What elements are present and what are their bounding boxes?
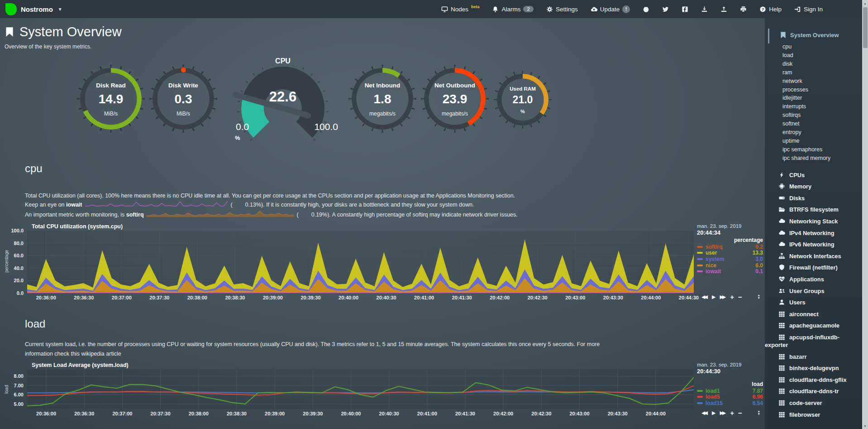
legend-series-load15[interactable]: load156.54 <box>697 400 765 406</box>
sidebar-item-entropy[interactable]: entropy <box>782 128 859 137</box>
desc-text: 0.13%). If it is constantly high, your d… <box>245 202 474 208</box>
chart-skip-forward-button[interactable]: ▶▶ <box>720 294 725 300</box>
chart-resize-handle[interactable]: ▲▼ <box>758 410 760 415</box>
chart-legend: man. 23. sep. 2019 20:44:34 percentage s… <box>697 223 765 301</box>
sidebar-item-ram[interactable]: ram <box>782 68 859 77</box>
gauge-cpu[interactable]: CPU 22.6 0.0 100.0 % <box>219 57 346 142</box>
sidebar-item-load[interactable]: load <box>782 51 859 60</box>
gauge-net-outbound[interactable]: Net Outbound 23.9 megabits/s <box>419 57 491 130</box>
legend-series-name: user <box>706 250 717 256</box>
legend-series-load5[interactable]: load56.96 <box>697 394 765 400</box>
gauge-disk-write[interactable]: Disk Write 0.3 MiB/s <box>147 57 219 130</box>
sidebar-item-interrupts[interactable]: interrupts <box>782 102 859 111</box>
chart-plot-area[interactable] <box>27 231 694 293</box>
sidebar-section-firewall-netfilter-[interactable]: Firewall (netfilter) <box>765 264 859 271</box>
sidebar-item-cpu[interactable]: cpu <box>782 43 859 51</box>
sidebar-section-label: IPv4 Networking <box>789 230 835 236</box>
sidebar-section-binhex-delugevpn[interactable]: binhex-delugevpn <box>765 364 859 372</box>
host-selector[interactable]: Nostromo ▼ <box>5 3 62 15</box>
legend-series-softirq[interactable]: softirq0.2 <box>697 244 765 250</box>
chart-play-button[interactable]: ▶ <box>712 410 715 416</box>
scrollbar-thumb[interactable] <box>863 7 868 48</box>
user-icon <box>778 299 785 305</box>
sidebar-section-applications[interactable]: Applications <box>765 275 859 283</box>
nav-nodes[interactable]: Nodes beta <box>441 6 480 13</box>
sidebar-item-softnet[interactable]: softnet <box>782 120 859 128</box>
chart-skip-backward-button[interactable]: ◀◀ <box>701 410 706 416</box>
nav-twitter[interactable] <box>662 6 669 13</box>
sidebar-section-users[interactable]: Users <box>765 299 859 306</box>
nav-import[interactable] <box>720 6 727 13</box>
sidebar-item-ipc-semaphores[interactable]: ipc semaphores <box>782 145 859 154</box>
legend-series-name: iowait <box>706 268 721 275</box>
sidebar-section-cloudflare-ddns-gflix[interactable]: cloudflare-ddns-gflix <box>765 376 859 384</box>
sidebar-section-networking-stack[interactable]: Networking Stack <box>765 217 859 225</box>
legend-series-nice[interactable]: nice6.0 <box>697 262 765 269</box>
gauge-value: 14.9 <box>80 92 142 106</box>
sidebar-section-disks[interactable]: Disks <box>765 194 859 202</box>
sidebar-item-ipc-shared-memory[interactable]: ipc shared memory <box>782 154 859 163</box>
nav-github[interactable] <box>643 6 649 13</box>
chart-resize-handle[interactable]: ▲▼ <box>758 294 760 299</box>
legend-series-load1[interactable]: load17.87 <box>697 388 765 394</box>
sidebar-item-disk[interactable]: disk <box>782 60 859 68</box>
nav-print[interactable] <box>740 6 747 13</box>
sidebar-section-filebrowser[interactable]: filebrowser <box>765 411 859 419</box>
cloud-icon <box>778 230 785 236</box>
chart-title: Total CPU utilization (system.cpu) <box>32 223 765 231</box>
sidebar-section-airconnect[interactable]: airconnect <box>765 310 859 318</box>
chart-zoom-out-button[interactable]: − <box>738 294 742 300</box>
sidebar-item-network[interactable]: network <box>782 77 859 86</box>
sidebar-section-apacheguacamole[interactable]: apacheguacamole <box>765 322 859 329</box>
sidebar-section-memory[interactable]: Memory <box>765 183 859 190</box>
sidebar-section-ipv4-networking[interactable]: IPv4 Networking <box>765 229 859 237</box>
gauge-value: 22.6 <box>224 89 342 105</box>
sidebar-section-label: bazarr <box>789 353 806 360</box>
legend-series-user[interactable]: user13.3 <box>697 250 765 256</box>
chart-play-button[interactable]: ▶ <box>712 294 715 300</box>
nav-alarms[interactable]: Alarms 2 <box>492 6 533 13</box>
sidebar-section-bazarr[interactable]: bazarr <box>765 353 859 361</box>
sidebar-item-idlejitter[interactable]: idlejitter <box>782 94 859 102</box>
nav-update[interactable]: Update ! <box>591 5 630 13</box>
desc-text: ( <box>230 202 232 208</box>
sidebar-section-network-interfaces[interactable]: Network Interfaces <box>765 252 859 260</box>
chart-plot-area[interactable] <box>27 369 694 409</box>
gauge-net-inbound[interactable]: Net Inbound 1.8 megabits/s <box>346 57 419 130</box>
sidebar-item-softirqs[interactable]: softirqs <box>782 111 859 120</box>
nav-sign-in[interactable]: Sign In <box>794 6 823 13</box>
nav-help[interactable]: ? Help <box>759 6 782 13</box>
nav-facebook[interactable] <box>682 6 688 13</box>
page-scrollbar[interactable]: ▲ ▼ <box>862 0 868 429</box>
chart-zoom-in-button[interactable]: + <box>730 294 734 300</box>
sidebar-section-cloudflare-ddns-tr[interactable]: cloudflare-ddns-tr <box>765 387 859 395</box>
legend-series-system[interactable]: system3.0 <box>697 256 765 262</box>
chart-skip-forward-button[interactable]: ▶▶ <box>720 410 725 416</box>
sidebar-section-cpus[interactable]: CPUs <box>765 171 859 179</box>
gauge-disk-read[interactable]: Disk Read 14.9 MiB/s <box>75 57 147 130</box>
x-tick-label: 20:37:30 <box>151 411 171 416</box>
wikipedia-link[interactable]: wikipedia article <box>81 351 121 357</box>
scroll-down-arrow[interactable]: ▼ <box>862 423 868 429</box>
x-tick-label: 20:37:00 <box>112 411 132 416</box>
sidebar-section-user-groups[interactable]: User Groups <box>765 287 859 295</box>
gauge-used-ram[interactable]: Used RAM 21.0 % <box>491 57 554 125</box>
sidebar-section-ipv6-networking[interactable]: IPv6 Networking <box>765 241 859 248</box>
sidebar-section-label: BTRFS filesystem <box>789 206 839 213</box>
chart-skip-backward-button[interactable]: ◀◀ <box>701 294 706 300</box>
sidebar-item-processes[interactable]: processes <box>782 86 859 94</box>
chart-zoom-in-button[interactable]: + <box>730 410 734 416</box>
nav-export[interactable] <box>701 6 708 13</box>
sidebar-item-system-overview[interactable]: System Overview <box>780 32 859 39</box>
x-tick-label: 20:36:30 <box>74 295 94 300</box>
x-tick-label: 20:44:00 <box>646 411 666 416</box>
nav-settings[interactable]: Settings <box>546 6 578 13</box>
sidebar-section-apcupsd-influxdb-exporter[interactable]: apcupsd-influxdb-exporter <box>765 333 859 349</box>
chart-zoom-out-button[interactable]: − <box>738 410 742 416</box>
sidebar-item-uptime[interactable]: uptime <box>782 137 859 145</box>
y-tick-label: 20.0 <box>14 278 24 283</box>
sidebar-section-btrfs-filesystem[interactable]: BTRFS filesystem <box>765 206 859 213</box>
scroll-up-arrow[interactable]: ▲ <box>862 0 868 6</box>
legend-series-iowait[interactable]: iowait0.1 <box>697 268 765 275</box>
sidebar-section-code-server[interactable]: code-server <box>765 399 859 407</box>
